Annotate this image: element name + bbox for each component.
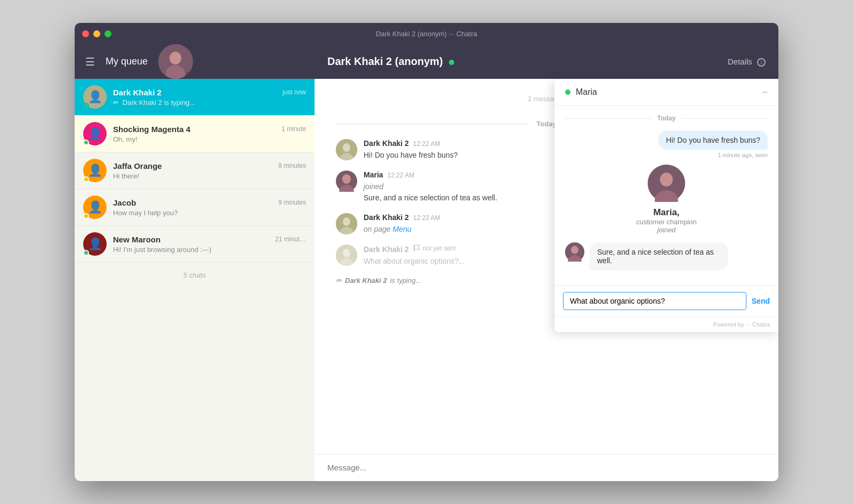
- svg-point-21: [571, 246, 578, 254]
- chat-name: Shocking Magenta 4: [113, 125, 190, 134]
- widget-agent-avatar-small: [565, 242, 584, 262]
- widget-agent-avatar-large: [648, 165, 685, 202]
- chat-preview: Hi! I'm just browsing around :—): [113, 246, 306, 254]
- message-time: 12:22 AM: [388, 172, 415, 179]
- svg-marker-15: [414, 245, 420, 249]
- chat-header-name: Dark Khaki 2 (anonym): [327, 55, 454, 68]
- widget-agent-display-name: Maria,: [653, 207, 679, 218]
- widget-agent-name: Maria: [576, 87, 597, 97]
- chat-info: Jacob 9 minutes How may I help you?: [113, 198, 306, 217]
- status-dot: [83, 176, 89, 182]
- chat-name-row: Jacob 9 minutes: [113, 198, 306, 207]
- page-link[interactable]: Menu: [393, 225, 412, 233]
- message-sender: Dark Khaki 2: [364, 139, 409, 148]
- chat-time: 21 minut…: [275, 235, 306, 243]
- avatar-person-icon: 👤: [88, 164, 102, 177]
- typing-label: is typing...: [390, 277, 422, 284]
- svg-point-18: [660, 173, 673, 186]
- widget-send-button[interactable]: Send: [752, 297, 770, 305]
- chat-name: Jacob: [113, 198, 136, 207]
- widget-visitor-content: Hi! Do you have fresh buns? 1 minute ago…: [658, 131, 768, 158]
- details-button[interactable]: Details i: [728, 57, 766, 67]
- avatar-person-icon: 👤: [88, 127, 102, 141]
- svg-point-1: [170, 52, 181, 64]
- pencil-typing-icon: ✏: [336, 277, 342, 284]
- pencil-icon: ✏: [113, 99, 119, 107]
- widget-agent-role: customer champion: [636, 218, 696, 226]
- widget-agent-intro: Maria, customer champion joined: [565, 165, 768, 234]
- typing-name: Dark Khaki 2: [345, 277, 387, 284]
- chat-time: 8 minutes: [278, 162, 306, 169]
- chat-info: New Maroon 21 minut… Hi! I'm just browsi…: [113, 235, 306, 254]
- widget-header: Maria −: [554, 79, 778, 106]
- chat-item[interactable]: 👤 Dark Khaki 2 just now ✏ Dark Khaki 2 i…: [75, 79, 315, 116]
- sidebar: ☰ My queue: [75, 44, 315, 481]
- chat-name: New Maroon: [113, 235, 160, 244]
- queue-title: My queue: [106, 56, 148, 67]
- chat-widget: Maria − Today Hi! Do you have fresh buns…: [554, 79, 778, 332]
- chat-item[interactable]: 👤 Jaffa Orange 8 minutes Hi there!: [75, 152, 315, 189]
- message-sender: Maria: [364, 170, 383, 179]
- message-avatar: [336, 245, 357, 266]
- message-sender: Dark Khaki 2: [364, 213, 409, 222]
- main-layout: ☰ My queue: [75, 44, 778, 481]
- svg-point-4: [343, 143, 350, 152]
- typing-preview: Dark Khaki 2 is typing...: [123, 99, 196, 107]
- chat-info: Jaffa Orange 8 minutes Hi there!: [113, 161, 306, 180]
- widget-date-divider: Today: [565, 115, 768, 122]
- agent-reply-bubble: Sure, and a nice selection of tea as wel…: [590, 242, 728, 270]
- close-button[interactable]: [82, 30, 89, 37]
- status-dot: [83, 250, 89, 256]
- agent-status-dot: [186, 72, 192, 78]
- widget-minimize-button[interactable]: −: [762, 87, 768, 97]
- widget-input-area: Send: [554, 285, 778, 316]
- svg-point-10: [343, 217, 350, 226]
- status-dot: [83, 103, 89, 109]
- chat-name: Dark Khaki 2: [113, 88, 162, 97]
- maximize-button[interactable]: [104, 30, 111, 37]
- chat-list: 👤 Dark Khaki 2 just now ✏ Dark Khaki 2 i…: [75, 79, 315, 481]
- message-time: 12:22 AM: [413, 140, 440, 148]
- chat-name-row: Shocking Magenta 4 1 minute: [113, 125, 306, 134]
- avatar-person-icon: 👤: [88, 90, 102, 104]
- message-input[interactable]: [327, 463, 766, 472]
- chat-item[interactable]: 👤 New Maroon 21 minut… Hi! I'm just brow…: [75, 226, 315, 263]
- right-panel: Dark Khaki 2 (anonym) Details i 2 messag…: [315, 44, 778, 481]
- chat-time: just now: [283, 88, 306, 96]
- chat-time: 9 minutes: [278, 199, 306, 206]
- widget-footer: Powered by ··· Chatra: [554, 316, 778, 332]
- online-indicator: [449, 60, 454, 65]
- joined-text: joined: [364, 182, 383, 191]
- message-input-area: [315, 454, 778, 481]
- chat-time: 1 minute: [281, 125, 306, 133]
- chat-avatar: 👤: [83, 85, 107, 109]
- minimize-button[interactable]: [93, 30, 100, 37]
- chat-preview: Hi there!: [113, 172, 306, 180]
- widget-message-input[interactable]: [563, 292, 746, 310]
- menu-icon[interactable]: ☰: [85, 55, 95, 68]
- chat-info: Shocking Magenta 4 1 minute Oh, my!: [113, 125, 306, 143]
- chat-count: 5 chats: [75, 263, 315, 288]
- svg-point-7: [342, 174, 351, 184]
- message-sender: Dark Khaki 2: [364, 245, 409, 254]
- chat-avatar: 👤: [83, 159, 107, 182]
- chat-name-row: Dark Khaki 2 just now: [113, 88, 306, 97]
- chat-name: Jaffa Orange: [113, 161, 162, 170]
- sidebar-header: ☰ My queue: [75, 44, 315, 79]
- message-avatar: [336, 213, 357, 234]
- message-avatar: [336, 170, 357, 192]
- status-dot: [83, 213, 89, 219]
- flag-icon: [413, 245, 421, 252]
- chat-item[interactable]: 👤 Shocking Magenta 4 1 minute Oh, my!: [75, 116, 315, 152]
- chat-preview: Oh, my!: [113, 135, 306, 143]
- chat-item[interactable]: 👤 Jacob 9 minutes How may I help you?: [75, 189, 315, 226]
- message-avatar: [336, 139, 357, 160]
- widget-date-label: Today: [651, 115, 682, 122]
- title-bar: Dark Khaki 2 (anonym) ··· Chatra: [75, 23, 778, 44]
- window-controls: [82, 30, 111, 37]
- visitor-bubble: Hi! Do you have fresh buns?: [658, 131, 768, 150]
- window-title: Dark Khaki 2 (anonym) ··· Chatra: [376, 30, 477, 38]
- chat-info: Dark Khaki 2 just now ✏ Dark Khaki 2 is …: [113, 88, 306, 107]
- chat-avatar: 👤: [83, 232, 107, 256]
- avatar-person-icon: 👤: [88, 200, 102, 214]
